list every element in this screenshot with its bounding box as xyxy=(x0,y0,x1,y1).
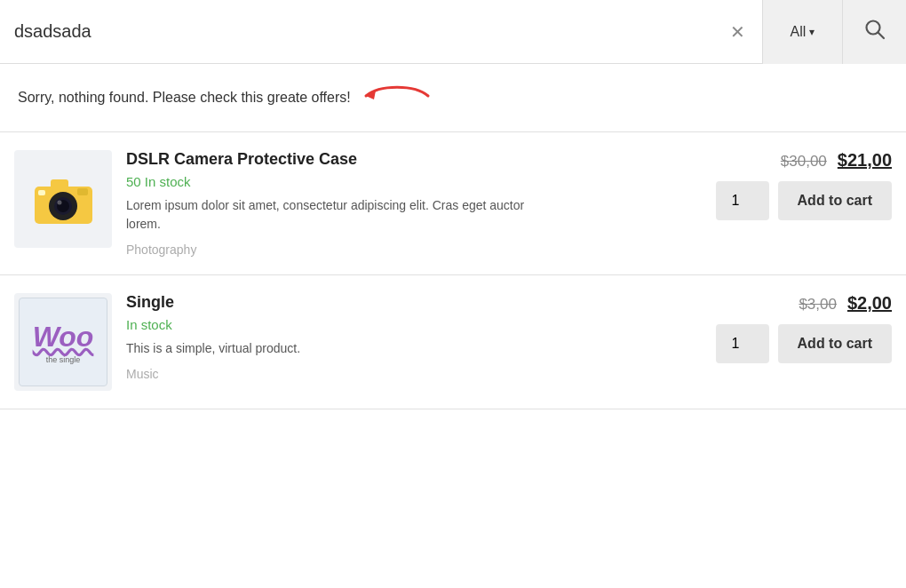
search-icon xyxy=(863,18,886,46)
product-info: Single In stock This is a simple, virtua… xyxy=(126,293,682,381)
svg-point-8 xyxy=(57,200,61,204)
product-list: DSLR Camera Protective Case 50 In stock … xyxy=(0,132,906,409)
woo-product-image: Woo the single xyxy=(19,298,107,386)
no-results-banner: Sorry, nothing found. Please check this … xyxy=(0,64,906,132)
add-to-cart-row: Add to cart xyxy=(716,324,892,363)
category-label: All xyxy=(791,24,807,40)
quantity-input[interactable] xyxy=(716,324,769,363)
product-prices: $30,00 $21,00 xyxy=(781,150,892,171)
search-clear-button[interactable]: ✕ xyxy=(712,0,762,64)
no-results-message: Sorry, nothing found. Please check this … xyxy=(18,90,351,106)
woo-subtitle-text: the single xyxy=(46,355,81,364)
price-sale: $21,00 xyxy=(838,150,892,171)
product-stock: 50 In stock xyxy=(126,174,682,189)
product-name: Single xyxy=(126,293,682,312)
svg-rect-9 xyxy=(38,190,45,195)
close-icon: ✕ xyxy=(730,21,745,43)
search-input[interactable]: dsadsada xyxy=(14,21,712,42)
product-stock: In stock xyxy=(126,317,682,332)
product-category: Music xyxy=(126,367,682,381)
product-description: This is a simple, virtual product. xyxy=(126,339,535,358)
product-actions: $3,00 $2,00 Add to cart xyxy=(696,293,892,363)
product-image xyxy=(14,150,112,248)
price-sale: $2,00 xyxy=(847,293,892,314)
search-bar: dsadsada ✕ All ▾ xyxy=(0,0,906,64)
add-to-cart-button[interactable]: Add to cart xyxy=(778,324,892,363)
search-submit-button[interactable] xyxy=(842,0,906,64)
svg-rect-4 xyxy=(51,179,68,190)
add-to-cart-button[interactable]: Add to cart xyxy=(778,181,892,220)
product-info: DSLR Camera Protective Case 50 In stock … xyxy=(126,150,682,257)
svg-rect-10 xyxy=(77,188,88,195)
product-name: DSLR Camera Protective Case xyxy=(126,150,682,169)
add-to-cart-row: Add to cart xyxy=(716,181,892,220)
product-item: DSLR Camera Protective Case 50 In stock … xyxy=(0,132,906,275)
product-description: Lorem ipsum dolor sit amet, consectetur … xyxy=(126,196,535,234)
camera-illustration xyxy=(26,162,101,237)
category-dropdown-button[interactable]: All ▾ xyxy=(762,0,842,64)
product-prices: $3,00 $2,00 xyxy=(799,293,892,314)
product-actions: $30,00 $21,00 Add to cart xyxy=(696,150,892,220)
product-item: Woo the single Single In stock This is a… xyxy=(0,275,906,409)
woo-logo-text: Woo xyxy=(33,321,94,354)
svg-line-1 xyxy=(878,32,884,38)
arrow-icon xyxy=(362,80,433,115)
price-original: $3,00 xyxy=(799,296,837,314)
product-image: Woo the single xyxy=(14,293,112,391)
price-original: $30,00 xyxy=(781,153,827,171)
product-category: Photography xyxy=(126,242,682,257)
quantity-input[interactable] xyxy=(716,181,769,220)
chevron-down-icon: ▾ xyxy=(809,26,815,38)
